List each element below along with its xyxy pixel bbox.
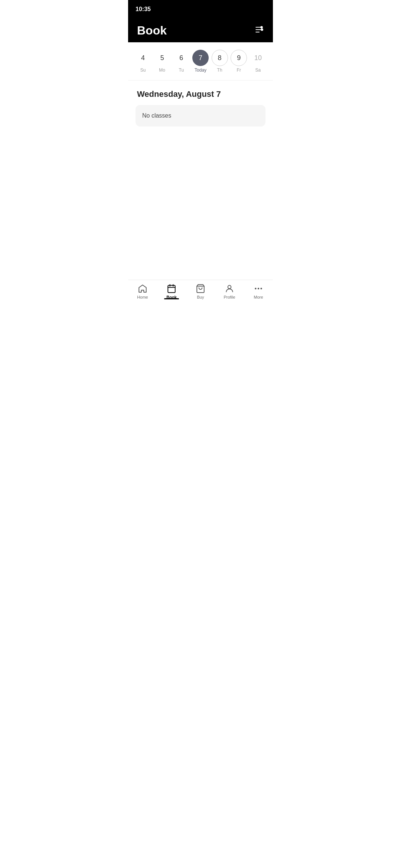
calendar-day-8[interactable]: 8 Th: [211, 50, 229, 73]
svg-point-4: [261, 29, 263, 30]
date-heading-text: Wednesday, August 7: [137, 89, 221, 99]
nav-item-home[interactable]: Home: [128, 284, 157, 299]
day-label-8: Th: [217, 68, 222, 73]
date-heading: Wednesday, August 7: [128, 80, 273, 105]
nav-item-profile[interactable]: Profile: [215, 284, 244, 299]
calendar-day-5[interactable]: 5 Mo: [153, 50, 171, 73]
profile-icon: [225, 284, 234, 293]
svg-point-10: [228, 285, 231, 289]
calendar-day-10[interactable]: 10 Sa: [249, 50, 267, 73]
no-classes-box: No classes: [136, 105, 265, 126]
book-icon: [167, 284, 176, 293]
calendar-strip: 4 Su 5 Mo 6 Tu 7 Today 8 Th 9 Fr 10 Sa: [128, 42, 273, 80]
day-label-4: Su: [140, 68, 146, 73]
active-indicator: [165, 298, 178, 299]
calendar-day-9[interactable]: 9 Fr: [230, 50, 248, 73]
calendar-day-7[interactable]: 7 Today: [192, 50, 209, 73]
day-number-8: 8: [212, 50, 228, 66]
buy-icon: [196, 284, 205, 293]
day-number-5: 5: [154, 50, 170, 66]
nav-item-more[interactable]: More: [244, 284, 273, 299]
nav-label-profile: Profile: [224, 295, 235, 299]
page-title: Book: [137, 24, 167, 37]
day-label-9: Fr: [237, 68, 241, 73]
day-number-9: 9: [231, 50, 247, 66]
day-label-5: Mo: [159, 68, 165, 73]
day-number-4: 4: [135, 50, 151, 66]
bottom-nav: Home Book Buy Profile: [128, 280, 273, 313]
calendar-day-6[interactable]: 6 Tu: [172, 50, 190, 73]
day-label-6: Tu: [179, 68, 184, 73]
day-label-10: Sa: [255, 68, 261, 73]
home-icon: [138, 284, 147, 293]
nav-label-more: More: [254, 295, 263, 299]
nav-label-home: Home: [137, 295, 148, 299]
svg-point-11: [255, 288, 256, 289]
calendar-day-4[interactable]: 4 Su: [134, 50, 152, 73]
status-time: 10:35: [136, 6, 151, 13]
nav-label-book: Book: [166, 295, 177, 299]
day-number-10: 10: [250, 50, 266, 66]
header: Book: [128, 19, 273, 42]
day-number-7: 7: [192, 50, 209, 66]
day-label-7: Today: [195, 68, 206, 73]
status-bar: 10:35: [128, 0, 273, 19]
nav-label-buy: Buy: [197, 295, 204, 299]
svg-point-12: [258, 288, 259, 289]
filter-icon[interactable]: [254, 25, 264, 36]
day-number-6: 6: [173, 50, 189, 66]
svg-point-13: [260, 288, 262, 289]
svg-rect-5: [168, 285, 175, 293]
nav-item-buy[interactable]: Buy: [186, 284, 215, 299]
more-icon: [254, 284, 263, 293]
no-classes-text: No classes: [142, 112, 171, 119]
nav-item-book[interactable]: Book: [157, 284, 186, 299]
svg-point-3: [261, 26, 262, 28]
